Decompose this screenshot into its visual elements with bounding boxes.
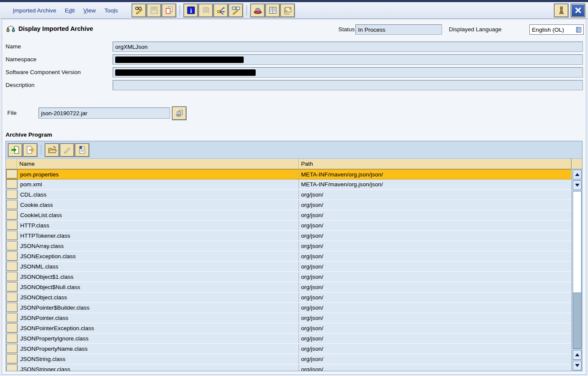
export-button[interactable]: [23, 143, 37, 157]
table-row[interactable]: JSONString.classorg/json/: [6, 354, 571, 364]
table-row[interactable]: JSONPropertyName.classorg/json/: [6, 344, 571, 354]
table-row[interactable]: JSONArray.classorg/json/: [6, 241, 571, 251]
row-selector[interactable]: [6, 323, 18, 333]
language-value: English (OL): [532, 27, 564, 33]
scrollbar-track[interactable]: [573, 191, 582, 349]
row-selector[interactable]: [6, 303, 18, 312]
table-row[interactable]: JSONPropertyIgnore.classorg/json/: [6, 334, 571, 344]
table-row[interactable]: pom.xmlMETA-INF/maven/org.json/json/: [6, 179, 571, 190]
menu-imported-archive[interactable]: Imported Archive: [9, 6, 60, 15]
other-object-button[interactable]: [251, 4, 265, 17]
file-field[interactable]: json-20190722.jar: [39, 107, 170, 119]
row-selector[interactable]: [6, 221, 18, 230]
page-title: Display Imported Archive: [18, 25, 93, 32]
cell-path: org/json/: [299, 323, 571, 333]
log-button[interactable]: [281, 4, 295, 17]
import-button[interactable]: [8, 143, 22, 157]
row-selector[interactable]: [6, 344, 18, 353]
table-row[interactable]: CookieList.classorg/json/: [6, 210, 571, 221]
cell-name: JSONPointerException.class: [18, 323, 299, 333]
scroll-down-button-bottom[interactable]: [573, 361, 582, 370]
scrollbar-thumb[interactable]: [573, 292, 581, 349]
cell-name: JSONPropertyIgnore.class: [18, 334, 299, 343]
table-row[interactable]: JSONPointer$Builder.classorg/json/: [6, 303, 571, 313]
scrollbar-header-spacer: [572, 159, 582, 169]
edit-button: [60, 143, 74, 157]
name-field[interactable]: orgXMLJson: [113, 42, 583, 52]
archive-program-table: Name Path pom.propertiesMETA-INF/maven/o…: [6, 141, 582, 371]
row-selector[interactable]: [6, 241, 18, 251]
scroll-up-button[interactable]: [573, 170, 582, 179]
close-button[interactable]: [571, 4, 585, 17]
where-used-button[interactable]: [214, 4, 228, 17]
table-row[interactable]: CDL.classorg/json/: [6, 190, 571, 200]
table-row[interactable]: JSONPointerException.classorg/json/: [6, 323, 571, 334]
table-row[interactable]: Cookie.classorg/json/: [6, 200, 571, 210]
row-selector[interactable]: [6, 251, 18, 261]
description-field[interactable]: [113, 80, 583, 90]
scroll-up-button-bottom[interactable]: [573, 350, 582, 360]
cell-name: JSONString.class: [18, 354, 299, 364]
worklist-button[interactable]: [229, 4, 243, 17]
file-import-button[interactable]: [172, 107, 186, 120]
worklist-icon: [231, 6, 241, 15]
row-selector[interactable]: [6, 210, 18, 220]
table-row[interactable]: HTTPTokener.classorg/json/: [6, 231, 571, 241]
menu-edit[interactable]: Edit: [60, 6, 79, 15]
table-row[interactable]: JSONPointer.classorg/json/: [6, 313, 571, 323]
pencil-icon: [63, 145, 72, 155]
dropdown-list-icon[interactable]: [575, 26, 582, 33]
menu-tools[interactable]: Tools: [100, 6, 122, 15]
info-button[interactable]: i: [184, 4, 198, 17]
scroll-down-button[interactable]: [573, 180, 582, 190]
row-selector[interactable]: [6, 334, 18, 343]
row-selector[interactable]: [6, 170, 18, 179]
status-field[interactable]: In Process: [355, 24, 442, 35]
cell-path: org/json/: [299, 313, 571, 323]
toggle-display-change-button[interactable]: [132, 4, 146, 17]
selector-column-header: [6, 159, 17, 169]
open-button[interactable]: [45, 143, 59, 157]
table-main: Name Path pom.propertiesMETA-INF/maven/o…: [6, 159, 571, 371]
namespace-field[interactable]: [113, 54, 583, 65]
row-selector[interactable]: [6, 179, 18, 189]
table-row[interactable]: JSONObject$Null.classorg/json/: [6, 282, 571, 292]
row-selector[interactable]: [6, 364, 18, 371]
name-column-header[interactable]: Name: [17, 159, 299, 169]
test-button[interactable]: [554, 4, 568, 17]
language-dropdown[interactable]: English (OL): [529, 24, 584, 35]
table-row[interactable]: pom.propertiesMETA-INF/maven/org.json/js…: [6, 169, 571, 179]
table-row[interactable]: JSONML.classorg/json/: [6, 262, 571, 272]
cell-path: org/json/: [299, 282, 571, 292]
row-selector[interactable]: [6, 292, 18, 302]
object-directory-button[interactable]: [266, 4, 280, 17]
path-column-header[interactable]: Path: [299, 159, 571, 169]
row-selector[interactable]: [6, 262, 18, 271]
table-header-row: Name Path: [6, 159, 571, 169]
software-component-version-label: Software Component Version: [6, 69, 81, 75]
file-import-icon: [175, 109, 184, 118]
copy-button[interactable]: [162, 4, 176, 17]
row-selector[interactable]: [6, 231, 18, 240]
row-selector[interactable]: [6, 190, 18, 199]
table-rows: pom.propertiesMETA-INF/maven/org.json/js…: [6, 169, 571, 371]
toolbar-separator: [179, 5, 180, 15]
toolbar-separator: [41, 145, 42, 155]
cell-name: CookieList.class: [18, 210, 299, 220]
display-document-button[interactable]: [75, 143, 89, 157]
row-selector[interactable]: [6, 313, 18, 322]
software-component-version-field[interactable]: [113, 67, 583, 78]
redaction-bar: [115, 57, 244, 63]
row-selector[interactable]: [6, 272, 18, 281]
table-row[interactable]: JSONStringer.classorg/json/: [6, 364, 571, 371]
menu-view[interactable]: View: [79, 6, 100, 15]
table-row[interactable]: HTTP.classorg/json/: [6, 221, 571, 231]
table-row[interactable]: JSONObject.classorg/json/: [6, 292, 571, 303]
row-selector[interactable]: [6, 200, 18, 209]
row-selector[interactable]: [6, 354, 18, 364]
table-row[interactable]: JSONException.classorg/json/: [6, 251, 571, 262]
status-label: Status: [338, 26, 355, 33]
row-selector[interactable]: [6, 282, 18, 292]
svg-text:i: i: [190, 7, 192, 14]
table-row[interactable]: JSONObject$1.classorg/json/: [6, 272, 571, 282]
